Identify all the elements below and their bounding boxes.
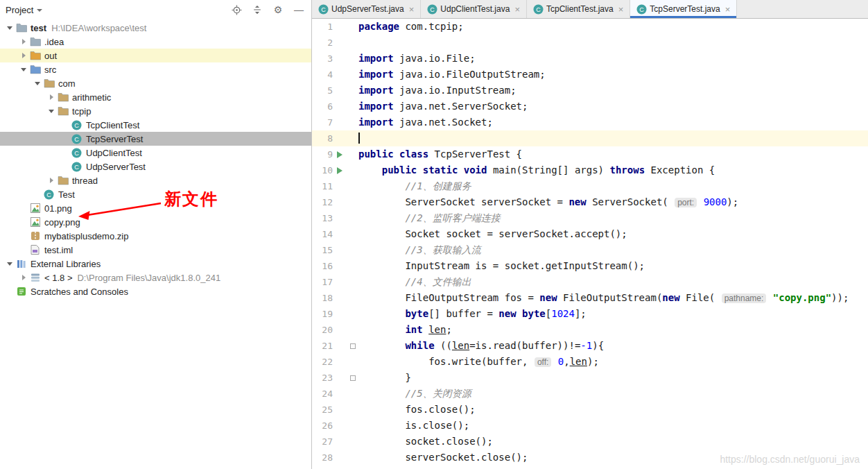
close-tab-icon[interactable]: × bbox=[514, 5, 520, 14]
code-line-17[interactable]: 17 //4、文件输出 bbox=[312, 274, 868, 290]
code-line-20[interactable]: 20 int len; bbox=[312, 322, 868, 338]
tree-item-tcpip[interactable]: tcpip bbox=[0, 104, 311, 118]
tree-item-udpservertest[interactable]: CUdpServerTest bbox=[0, 160, 311, 173]
close-tab-icon[interactable]: × bbox=[409, 5, 415, 14]
close-tab-icon[interactable]: × bbox=[618, 5, 624, 14]
close-tab-icon[interactable]: × bbox=[725, 5, 731, 14]
code-editor[interactable]: 1package com.tcpip;23import java.io.File… bbox=[312, 19, 868, 469]
tree-indent-spacer bbox=[32, 187, 43, 201]
code-line-6[interactable]: 6import java.net.ServerSocket; bbox=[312, 99, 868, 114]
code-line-4[interactable]: 4import java.io.FileOutputStream; bbox=[312, 67, 868, 83]
gutter-icon-cell bbox=[333, 35, 347, 51]
fold-icon[interactable] bbox=[350, 343, 356, 349]
code-line-7[interactable]: 7import java.net.Socket; bbox=[312, 114, 868, 130]
tree-item-test-iml[interactable]: test.iml bbox=[0, 243, 311, 257]
expand-down-icon[interactable] bbox=[4, 257, 15, 271]
code-line-27[interactable]: 27 socket.close(); bbox=[312, 434, 868, 450]
code-line-24[interactable]: 24 //5、关闭资源 bbox=[312, 386, 868, 402]
gutter-fold-cell bbox=[347, 386, 358, 402]
tree-item-tcpservertest[interactable]: CTcpServerTest bbox=[0, 132, 311, 146]
gutter-fold-cell bbox=[347, 67, 358, 83]
expand-right-icon[interactable] bbox=[46, 90, 57, 104]
code-line-23[interactable]: 23 } bbox=[312, 370, 868, 386]
tree-item-mybatisplusdemo-zip[interactable]: mybatisplusdemo.zip bbox=[0, 229, 311, 243]
run-icon[interactable] bbox=[337, 151, 342, 158]
tree-item-test[interactable]: CTest bbox=[0, 187, 311, 201]
line-number: 17 bbox=[312, 274, 333, 290]
code-line-16[interactable]: 16 InputStream is = socket.getInputStrea… bbox=[312, 258, 868, 274]
token bbox=[458, 164, 463, 176]
token: is.close(); bbox=[358, 420, 469, 431]
tree-item-arithmetic[interactable]: arithmetic bbox=[0, 90, 311, 104]
locate-file-icon[interactable] bbox=[231, 4, 242, 15]
collapse-all-icon[interactable] bbox=[252, 4, 263, 15]
token: } bbox=[358, 372, 411, 383]
fold-icon[interactable] bbox=[350, 375, 356, 381]
tree-item-idea[interactable]: .idea bbox=[0, 35, 311, 49]
code-line-11[interactable]: 11 //1、创建服务 bbox=[312, 178, 868, 194]
expand-down-icon[interactable] bbox=[4, 21, 15, 35]
code-line-13[interactable]: 13 //2、监听客户端连接 bbox=[312, 210, 868, 226]
tree-item-com[interactable]: com bbox=[0, 76, 311, 90]
token: //5、关闭资源 bbox=[405, 388, 471, 399]
tab-udpservertest-java[interactable]: CUdpServerTest.java× bbox=[312, 0, 421, 18]
expand-right-icon[interactable] bbox=[18, 271, 29, 284]
line-number: 15 bbox=[312, 242, 333, 258]
tab-udpclienttest-java[interactable]: CUdpClientTest.java× bbox=[421, 0, 527, 18]
code-line-22[interactable]: 22 fos.write(buffer, off: 0,len); bbox=[312, 354, 868, 370]
expand-right-icon[interactable] bbox=[46, 173, 57, 187]
run-icon[interactable] bbox=[337, 167, 342, 174]
code-line-text: int len; bbox=[358, 322, 452, 338]
tree-item-external-libraries[interactable]: External Libraries bbox=[0, 257, 311, 271]
code-line-3[interactable]: 3import java.io.File; bbox=[312, 51, 868, 67]
code-line-1[interactable]: 1package com.tcpip; bbox=[312, 19, 868, 35]
expand-down-icon[interactable] bbox=[46, 104, 57, 118]
code-line-8[interactable]: 8 bbox=[312, 130, 868, 146]
watermark: https://blog.csdn.net/guorui_java bbox=[720, 454, 860, 465]
code-line-text: import java.io.InputStream; bbox=[358, 83, 517, 99]
tree-item-tcpclienttest[interactable]: CTcpClientTest bbox=[0, 118, 311, 132]
tree-indent-spacer bbox=[60, 146, 71, 160]
code-line-9[interactable]: 9public class TcpServerTest { bbox=[312, 146, 868, 162]
code-line-14[interactable]: 14 Socket socket = serverSocket.accept()… bbox=[312, 226, 868, 242]
token: 1024 bbox=[551, 308, 575, 319]
tree-item-thread[interactable]: thread bbox=[0, 173, 311, 187]
tree-item-scratches-and-consoles[interactable]: Scratches and Consoles bbox=[0, 284, 311, 298]
token: FileOutputStream( bbox=[557, 292, 663, 303]
project-view-dropdown[interactable]: Project bbox=[6, 5, 42, 15]
settings-gear-icon[interactable]: ⚙ bbox=[272, 4, 284, 15]
code-line-15[interactable]: 15 //3、获取输入流 bbox=[312, 242, 868, 258]
token: len bbox=[570, 356, 587, 367]
tree-item-out[interactable]: out bbox=[0, 49, 311, 62]
tree-item-test[interactable]: testH:\IDEA\workspace\test bbox=[0, 21, 311, 35]
code-line-text: import java.net.ServerSocket; bbox=[358, 99, 528, 114]
tab-tcpclienttest-java[interactable]: CTcpClientTest.java× bbox=[527, 0, 630, 18]
expand-down-icon[interactable] bbox=[32, 76, 43, 90]
code-line-5[interactable]: 5import java.io.InputStream; bbox=[312, 83, 868, 99]
token bbox=[358, 276, 405, 287]
code-line-10[interactable]: 10 public static void main(String[] args… bbox=[312, 162, 868, 178]
code-line-text: is.close(); bbox=[358, 418, 469, 434]
code-line-25[interactable]: 25 fos.close(); bbox=[312, 402, 868, 418]
code-line-12[interactable]: 12 ServerSocket serverSocket = new Serve… bbox=[312, 194, 868, 210]
code-line-19[interactable]: 19 byte[] buffer = new byte[1024]; bbox=[312, 306, 868, 322]
tree-item-1-8[interactable]: < 1.8 >D:\Program Files\Java\jdk1.8.0_24… bbox=[0, 271, 311, 284]
code-line-21[interactable]: 21 while ((len=is.read(buffer))!=-1){ bbox=[312, 338, 868, 354]
hide-panel-icon[interactable]: — bbox=[293, 4, 304, 15]
tree-item-01-png[interactable]: 01.png bbox=[0, 201, 311, 215]
code-line-26[interactable]: 26 is.close(); bbox=[312, 418, 868, 434]
expand-right-icon[interactable] bbox=[18, 49, 29, 62]
tab-tcpservertest-java[interactable]: CTcpServerTest.java× bbox=[630, 0, 737, 18]
tree-indent-spacer bbox=[60, 118, 71, 132]
code-line-text: import java.net.Socket; bbox=[358, 114, 493, 130]
tree-item-src[interactable]: src bbox=[0, 62, 311, 76]
code-line-text: //1、创建服务 bbox=[358, 178, 471, 194]
tree-item-copy-png[interactable]: copy.png bbox=[0, 215, 311, 229]
code-line-18[interactable]: 18 FileOutputStream fos = new FileOutput… bbox=[312, 290, 868, 306]
ide-window: Project ⚙ — testH:\IDEA\workspace\test.i… bbox=[0, 0, 868, 469]
expand-right-icon[interactable] bbox=[18, 35, 29, 49]
expand-down-icon[interactable] bbox=[18, 62, 29, 76]
code-line-2[interactable]: 2 bbox=[312, 35, 868, 51]
token: len bbox=[428, 324, 446, 335]
tree-item-udpclienttest[interactable]: CUdpClientTest bbox=[0, 146, 311, 160]
